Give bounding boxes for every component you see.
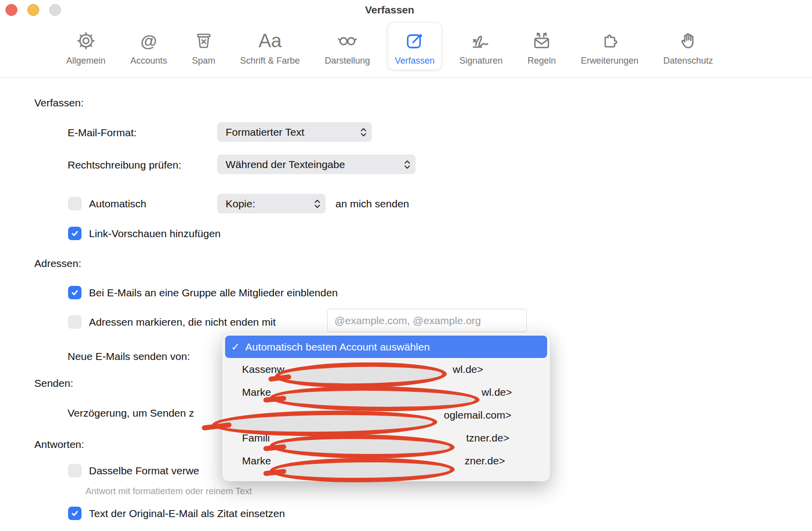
at-icon: @ xyxy=(141,27,157,55)
tab-label: Datenschutz xyxy=(663,56,713,66)
tab-label: Regeln xyxy=(528,56,556,66)
titlebar: Verfassen xyxy=(0,0,812,20)
tab-label: Darstellung xyxy=(325,56,370,66)
tab-regeln[interactable]: Regeln xyxy=(521,23,563,70)
tab-spam[interactable]: Spam xyxy=(185,23,222,70)
tab-label: Erweiterungen xyxy=(581,56,639,66)
tab-erweiterungen[interactable]: Erweiterungen xyxy=(574,23,645,70)
hand-icon xyxy=(677,27,699,55)
menu-item-label: Automatisch besten Account auswählen xyxy=(245,341,430,353)
check-icon xyxy=(71,229,79,238)
section-adressen: Adressen: xyxy=(34,258,81,269)
check-icon xyxy=(71,509,79,518)
send-delay-label: Verzögerung, um Senden z xyxy=(68,407,194,419)
compose-icon xyxy=(404,27,425,55)
same-format-label: Dasselbe Format verwe xyxy=(89,465,199,477)
link-previews-label: Link-Vorschauen hinzufügen xyxy=(89,228,221,240)
account-text-suffix: oglemail.com> xyxy=(444,409,511,421)
settings-toolbar: Allgemein @ Accounts Spam Aa Schrift & F… xyxy=(0,23,779,75)
tab-schrift-farbe[interactable]: Aa Schrift & Farbe xyxy=(234,23,306,70)
menu-item-auto-account[interactable]: ✓ Automatisch besten Account auswählen xyxy=(225,336,547,358)
group-members-checkbox[interactable] xyxy=(68,286,81,299)
popup-value: Kopie: xyxy=(226,198,255,210)
toolbar-divider xyxy=(0,77,812,78)
tab-label: Schrift & Farbe xyxy=(240,56,300,66)
tab-label: Accounts xyxy=(130,56,167,66)
mark-addresses-label: Adressen markieren, die nicht enden mit xyxy=(89,316,276,328)
group-members-label: Bei E-Mails an eine Gruppe alle Mitglied… xyxy=(89,287,338,299)
account-text-prefix: Marke xyxy=(242,455,271,467)
chevron-updown-icon xyxy=(314,198,321,209)
quote-original-label: Text der Original-E-Mail als Zitat einse… xyxy=(89,508,285,520)
section-antworten: Antworten: xyxy=(34,439,84,450)
mark-addresses-checkbox[interactable] xyxy=(68,315,81,329)
tab-datenschutz[interactable]: Datenschutz xyxy=(657,23,720,70)
send-from-label: Neue E-Mails senden von: xyxy=(68,351,190,362)
gear-icon xyxy=(75,27,97,55)
section-verfassen: Verfassen: xyxy=(34,97,83,109)
glasses-icon xyxy=(336,27,359,55)
email-format-label: E-Mail-Format: xyxy=(68,127,137,139)
tab-verfassen[interactable]: Verfassen xyxy=(388,23,441,70)
popup-value: Formatierter Text xyxy=(226,126,304,138)
quote-original-checkbox[interactable] xyxy=(68,507,81,520)
auto-send-checkbox[interactable] xyxy=(68,197,81,210)
email-format-popup[interactable]: Formatierter Text xyxy=(217,122,372,142)
tab-label: Signaturen xyxy=(460,56,503,66)
tab-signaturen[interactable]: Signaturen xyxy=(453,23,509,70)
section-senden: Senden: xyxy=(34,377,73,389)
check-icon xyxy=(71,288,79,297)
tab-accounts[interactable]: @ Accounts xyxy=(124,23,173,70)
trash-x-icon xyxy=(193,27,214,55)
copy-type-popup[interactable]: Kopie: xyxy=(217,194,325,213)
auto-send-suffix-label: an mich senden xyxy=(335,198,409,210)
signature-icon xyxy=(470,27,492,55)
tab-label: Verfassen xyxy=(395,56,434,66)
auto-send-label: Automatisch xyxy=(89,198,147,210)
tab-label: Spam xyxy=(192,56,215,66)
chevron-updown-icon xyxy=(404,159,410,170)
tab-label: Allgemein xyxy=(66,56,105,66)
same-format-checkbox[interactable] xyxy=(68,464,81,477)
account-text-suffix: zner.de> xyxy=(465,455,505,467)
link-previews-checkbox[interactable] xyxy=(68,227,81,240)
address-suffix-input[interactable] xyxy=(327,309,527,332)
envelope-arrows-icon xyxy=(531,27,553,55)
account-text-suffix: wl.de> xyxy=(453,363,483,375)
popup-value: Während der Texteingabe xyxy=(226,159,345,171)
tab-darstellung[interactable]: Darstellung xyxy=(318,23,376,70)
puzzle-icon xyxy=(599,27,621,55)
spell-check-popup[interactable]: Während der Texteingabe xyxy=(217,155,415,174)
chevron-updown-icon xyxy=(360,127,367,138)
account-text-suffix: tzner.de> xyxy=(466,432,509,444)
tab-allgemein[interactable]: Allgemein xyxy=(60,23,112,70)
account-text-suffix: wl.de> xyxy=(482,386,512,398)
spell-check-label: Rechtschreibung prüfen: xyxy=(68,159,181,171)
account-text-prefix: Marke xyxy=(242,386,271,398)
checkmark-icon: ✓ xyxy=(231,341,240,353)
font-icon: Aa xyxy=(258,27,281,55)
same-format-sublabel: Antwort mit formatiertem oder reinem Tex… xyxy=(85,486,252,497)
window-title: Verfassen xyxy=(0,4,779,16)
